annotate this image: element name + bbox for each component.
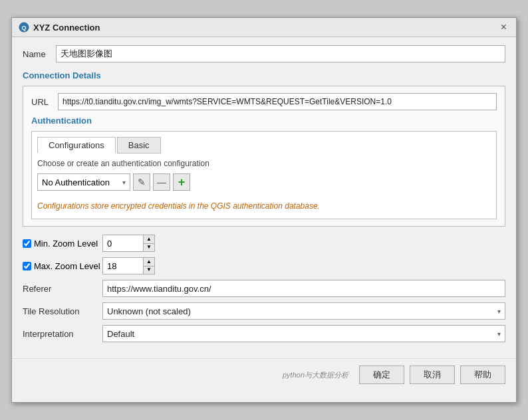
connection-details-group: URL Authentication Configurations Basic … xyxy=(23,86,505,227)
min-zoom-row: Min. Zoom Level ▲ ▼ xyxy=(23,235,505,252)
window-title: XYZ Connection xyxy=(33,23,100,33)
min-zoom-up-button[interactable]: ▲ xyxy=(144,235,154,243)
form-rows: Min. Zoom Level ▲ ▼ Max. Zoom Level xyxy=(23,235,505,342)
max-zoom-up-button[interactable]: ▲ xyxy=(144,258,154,266)
referer-input[interactable] xyxy=(102,280,505,297)
tab-configurations[interactable]: Configurations xyxy=(37,137,116,154)
name-row: Name xyxy=(23,45,505,62)
min-zoom-spinbox[interactable]: ▲ ▼ xyxy=(102,235,155,252)
auth-choose-text: Choose or create an authentication confi… xyxy=(37,159,491,168)
min-zoom-checkbox[interactable] xyxy=(23,239,31,248)
tile-resolution-row: Tile Resolution Unknown (not scaled) ▾ xyxy=(23,302,505,320)
watermark-text: python与大数据分析 xyxy=(283,370,348,380)
connection-details-label: Connection Details xyxy=(23,70,505,80)
url-input[interactable] xyxy=(58,93,497,110)
confirm-button[interactable]: 确定 xyxy=(359,366,404,384)
svg-text:Q: Q xyxy=(21,25,26,31)
max-zoom-spinbox[interactable]: ▲ ▼ xyxy=(102,257,155,274)
max-zoom-arrows: ▲ ▼ xyxy=(143,258,154,274)
max-zoom-checkbox-label[interactable]: Max. Zoom Level xyxy=(23,261,102,271)
titlebar-left: Q XYZ Connection xyxy=(19,22,100,33)
cancel-button[interactable]: 取消 xyxy=(410,366,455,384)
min-zoom-input[interactable] xyxy=(103,235,143,251)
referer-row: Referer xyxy=(23,280,505,297)
auth-controls: No Authentication ▾ ✎ — + xyxy=(37,173,491,191)
help-button[interactable]: 帮助 xyxy=(460,366,505,384)
titlebar: Q XYZ Connection × xyxy=(12,18,516,37)
url-label: URL xyxy=(31,97,58,107)
xyz-connection-dialog: Q XYZ Connection × Name Connection Detai… xyxy=(11,17,517,403)
name-label: Name xyxy=(23,49,56,59)
auth-tabs: Configurations Basic xyxy=(37,137,491,154)
tile-resolution-arrow-icon: ▾ xyxy=(497,308,501,315)
interpretation-arrow-icon: ▾ xyxy=(497,330,501,338)
close-button[interactable]: × xyxy=(498,22,509,33)
referer-label: Referer xyxy=(23,284,102,294)
remove-auth-button[interactable]: — xyxy=(153,173,170,191)
url-row: URL xyxy=(31,93,497,110)
name-input[interactable] xyxy=(56,45,505,62)
max-zoom-checkbox[interactable] xyxy=(23,262,31,270)
tab-basic[interactable]: Basic xyxy=(117,137,161,154)
interpretation-select[interactable]: Default ▾ xyxy=(102,325,505,342)
max-zoom-row: Max. Zoom Level ▲ ▼ xyxy=(23,257,505,274)
auth-box: Configurations Basic Choose or create an… xyxy=(31,131,497,219)
dialog-content: Name Connection Details URL Authenticati… xyxy=(12,37,516,356)
tile-resolution-select[interactable]: Unknown (not scaled) ▾ xyxy=(102,302,505,320)
edit-auth-button[interactable]: ✎ xyxy=(133,173,150,191)
interpretation-row: Interpretation Default ▾ xyxy=(23,325,505,342)
min-zoom-checkbox-label[interactable]: Min. Zoom Level xyxy=(23,239,102,249)
min-zoom-down-button[interactable]: ▼ xyxy=(144,243,154,252)
min-zoom-arrows: ▲ ▼ xyxy=(143,235,154,251)
interpretation-label: Interpretation xyxy=(23,329,102,339)
max-zoom-down-button[interactable]: ▼ xyxy=(144,266,154,274)
tile-resolution-label: Tile Resolution xyxy=(23,306,102,316)
max-zoom-input[interactable] xyxy=(103,258,143,274)
dialog-footer: python与大数据分析 确定 取消 帮助 xyxy=(12,358,516,391)
dropdown-arrow-icon: ▾ xyxy=(122,179,126,186)
add-auth-button[interactable]: + xyxy=(173,173,190,191)
auth-dropdown[interactable]: No Authentication ▾ xyxy=(37,173,130,191)
app-icon: Q xyxy=(19,22,29,33)
auth-section-label: Authentication xyxy=(31,116,497,126)
auth-info-text: Configurations store encrypted credentia… xyxy=(37,199,491,213)
